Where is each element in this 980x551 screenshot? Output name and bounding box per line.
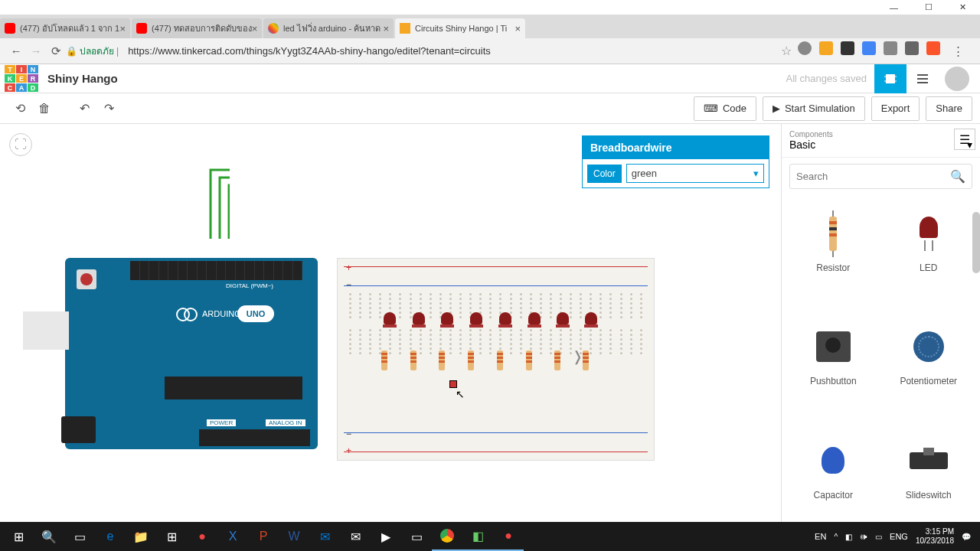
list-view-button[interactable]: ☰ (954, 129, 975, 150)
export-button[interactable]: Export (871, 96, 920, 121)
search-button[interactable]: 🔍 (34, 522, 64, 551)
code-button[interactable]: ⌨ Code (694, 96, 756, 121)
taskbar-app[interactable]: ⊞ (156, 522, 187, 551)
resistor-component[interactable] (381, 350, 387, 370)
tray-icon[interactable]: ^ (834, 533, 838, 541)
forward-button[interactable]: → (26, 41, 46, 61)
resistor-component[interactable] (439, 350, 445, 370)
led-component[interactable] (499, 312, 511, 331)
reload-button[interactable]: ⟳ (46, 41, 66, 61)
bookmark-icon[interactable]: ☆ (781, 44, 792, 58)
component-slideswitch[interactable]: Slideswitch (885, 438, 973, 536)
resistor-component[interactable] (410, 350, 416, 370)
tray-icon[interactable]: ◧ (845, 533, 852, 541)
arduino-board[interactable]: DIGITAL (PWM~) ARDUINO UNO POWER ANALOG … (65, 258, 318, 449)
redo-button[interactable]: ↷ (96, 96, 121, 121)
led-component[interactable] (585, 312, 597, 331)
brave-icon[interactable] (926, 41, 940, 55)
schematic-view-button[interactable] (906, 64, 939, 93)
components-selector[interactable]: Components Basic ▾ ☰ (782, 124, 980, 158)
breadboard[interactable]: + − − + (337, 258, 655, 461)
taskbar-app[interactable]: ● (493, 522, 524, 551)
rotate-button[interactable]: ⟲ (8, 96, 32, 121)
taskbar-app[interactable]: ● (187, 522, 217, 551)
extension-icon[interactable] (798, 41, 812, 55)
browser-tab[interactable]: Circuits Shiny Hango | Ti × (395, 18, 525, 38)
share-button[interactable]: Share (926, 96, 972, 121)
reset-button[interactable] (77, 269, 96, 289)
resistor-component[interactable] (497, 350, 503, 370)
maximize-button[interactable]: ☐ (911, 0, 946, 15)
taskbar-app[interactable]: P (248, 522, 279, 551)
close-tab-icon[interactable]: × (383, 23, 389, 34)
lang-indicator[interactable]: EN (815, 532, 826, 541)
tray-icon[interactable]: 🕪 (860, 533, 867, 541)
minimize-button[interactable]: — (877, 0, 911, 15)
taskbar-app[interactable]: ✉ (340, 522, 371, 551)
close-tab-icon[interactable]: × (514, 23, 521, 34)
component-capacitor[interactable]: Capacitor (789, 438, 877, 536)
taskbar-app[interactable]: ▭ (401, 522, 432, 551)
tray-icon[interactable]: ▭ (875, 533, 882, 541)
resistor-component[interactable] (526, 350, 532, 370)
component-led[interactable]: LED (885, 210, 973, 308)
resistor-component[interactable] (583, 350, 589, 370)
start-button[interactable]: ⊞ (3, 522, 34, 551)
close-tab-icon[interactable]: × (252, 23, 258, 34)
led-component[interactable] (470, 312, 482, 331)
user-avatar[interactable] (945, 67, 969, 91)
menu-icon[interactable]: ⋮ (948, 41, 968, 61)
taskbar-app[interactable]: 📁 (126, 522, 156, 551)
circuit-view-button[interactable] (874, 64, 906, 93)
circuit-canvas[interactable]: ⛶ DIGITAL (PWM~) ARDUINO UNO (0, 124, 781, 551)
taskbar-app[interactable]: ▶ (371, 522, 401, 551)
browser-tab[interactable]: led ไฟวิ่ง arduino - ค้นหาด × (263, 18, 394, 38)
simulate-button[interactable]: ▶ Start Simulation (763, 96, 865, 121)
extension-icon[interactable] (905, 41, 919, 55)
collapse-panel-handle[interactable]: ❭ (573, 337, 582, 376)
component-pushbutton[interactable]: Pushbutton (789, 324, 877, 422)
led-component[interactable] (384, 312, 396, 331)
undo-button[interactable]: ↶ (72, 96, 96, 121)
close-button[interactable]: ✕ (946, 0, 980, 15)
search-input[interactable] (796, 171, 950, 182)
component-resistor[interactable]: Resistor (789, 210, 877, 308)
keyboard-indicator[interactable]: ENG (890, 532, 908, 541)
browser-tab[interactable]: (477) ทดสอบการติดดับของ × (132, 18, 262, 38)
fit-view-button[interactable]: ⛶ (9, 133, 32, 156)
chrome-taskbar[interactable] (432, 522, 462, 551)
component-label: Slideswitch (906, 490, 952, 500)
scrollbar-thumb[interactable] (972, 212, 980, 273)
close-tab-icon[interactable]: × (119, 23, 126, 34)
resistor-component[interactable] (468, 350, 474, 370)
extension-icon[interactable] (884, 41, 897, 55)
delete-button[interactable]: 🗑 (32, 96, 57, 121)
taskbar-app[interactable]: W (279, 522, 309, 551)
back-button[interactable]: ← (6, 41, 26, 61)
project-title[interactable]: Shiny Hango (47, 72, 118, 85)
task-view-button[interactable]: ▭ (64, 522, 95, 551)
led-component[interactable] (413, 312, 425, 331)
new-tab-button[interactable] (527, 19, 546, 38)
url-input[interactable] (123, 41, 781, 61)
taskbar-app[interactable]: ✉ (309, 522, 340, 551)
taskbar-app[interactable]: X (217, 522, 248, 551)
tinkercad-logo[interactable]: TIN KER CAD (5, 65, 38, 92)
notifications-icon[interactable]: 💬 (962, 533, 971, 541)
resistor-component[interactable] (554, 350, 560, 370)
secure-indicator[interactable]: 🔒 ปลอดภัย | (66, 44, 119, 58)
led-component[interactable] (557, 312, 569, 331)
clock[interactable]: 3:15 PM 10/23/2018 (916, 527, 954, 546)
browser-tab[interactable]: (477) อัปโหลดแล้ว 1 จาก 1 × (0, 18, 130, 38)
taskbar-app[interactable]: e (95, 522, 126, 551)
color-select[interactable]: green ▾ (626, 164, 764, 183)
component-potentiometer[interactable]: Potentiometer (885, 324, 973, 422)
extension-icon[interactable] (862, 41, 876, 55)
youtube-icon (5, 23, 15, 34)
taskbar-app[interactable]: ◧ (462, 522, 493, 551)
extension-icon[interactable] (819, 41, 833, 55)
led-component[interactable] (528, 312, 541, 331)
search-box[interactable]: 🔍 (789, 164, 972, 189)
led-component[interactable] (441, 312, 453, 331)
extension-icon[interactable] (841, 41, 854, 55)
